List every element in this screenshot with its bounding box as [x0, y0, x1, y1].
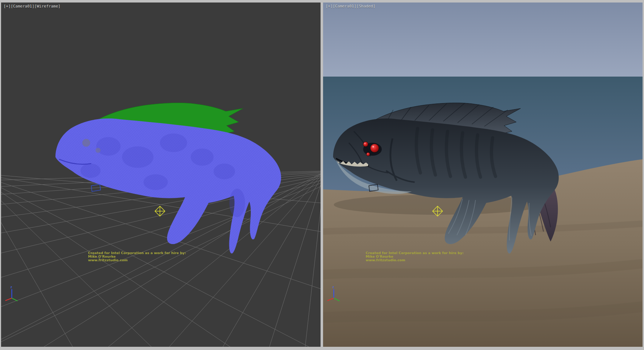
svg-text:www.fritzstudio.com: www.fritzstudio.com	[366, 258, 405, 262]
viewport-menu-pov[interactable]: [Camera01]	[333, 4, 356, 9]
viewport-menu-shading[interactable]: [Shaded]	[356, 4, 375, 9]
svg-text:www.fritzstudio.com: www.fritzstudio.com	[88, 258, 128, 262]
eye-spot-large	[82, 139, 90, 147]
sky	[323, 3, 643, 77]
shaded-canvas[interactable]: Created for Intel Corporation as a work …	[323, 3, 643, 347]
max-viewport-area: Created for Intel Corporation as a work …	[0, 0, 644, 350]
viewport-wireframe[interactable]: Created for Intel Corporation as a work …	[1, 3, 321, 347]
viewport-menu-pov[interactable]: [Camera01]	[11, 4, 34, 9]
viewport-menu-general[interactable]: [+]	[4, 4, 11, 9]
viewport-label: [+][Camera01][Shaded]	[326, 4, 375, 9]
viewport-menu-shading[interactable]: [Wireframe]	[34, 4, 60, 9]
wireframe-canvas[interactable]: Created for Intel Corporation as a work …	[1, 3, 321, 347]
viewport-shaded[interactable]: Created for Intel Corporation as a work …	[323, 3, 643, 347]
eye-spot-small	[96, 148, 101, 153]
viewport-menu-general[interactable]: [+]	[326, 4, 333, 9]
axis-z-label: z	[10, 285, 12, 289]
viewport-label: [+][Camera01][Wireframe]	[4, 4, 60, 9]
axis-z-label: z	[332, 285, 334, 289]
